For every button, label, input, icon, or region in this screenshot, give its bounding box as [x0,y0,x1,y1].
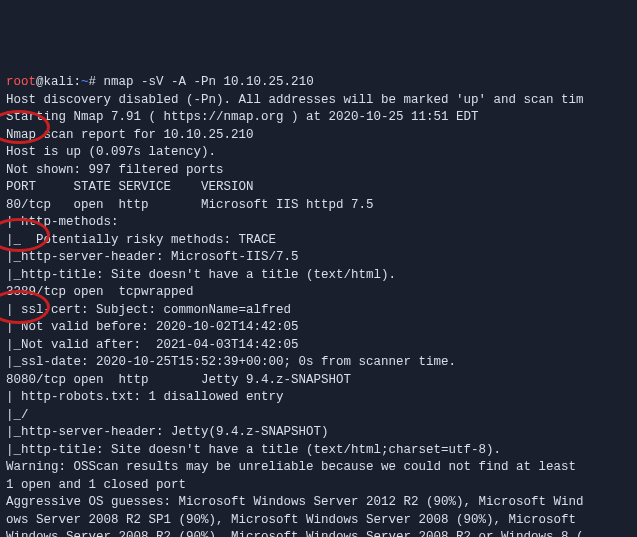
prompt-at: @ [36,75,44,89]
output-line: Host discovery disabled (-Pn). All addre… [6,92,631,110]
output-line: Starting Nmap 7.91 ( https://nmap.org ) … [6,109,631,127]
output-line: Aggressive OS guesses: Microsoft Windows… [6,494,631,512]
output-line: | http-methods: [6,214,631,232]
output-line: 1 open and 1 closed port [6,477,631,495]
output-line: Not shown: 997 filtered ports [6,162,631,180]
output-line: |_http-server-header: Microsoft-IIS/7.5 [6,249,631,267]
output-line: | ssl-cert: Subject: commonName=alfred [6,302,631,320]
output-line: |_ Potentially risky methods: TRACE [6,232,631,250]
output-line: Warning: OSScan results may be unreliabl… [6,459,631,477]
output-line: |_http-server-header: Jetty(9.4.z-SNAPSH… [6,424,631,442]
output-line: Nmap scan report for 10.10.25.210 [6,127,631,145]
output-line: 80/tcp open http Microsoft IIS httpd 7.5 [6,197,631,215]
output-line: |_http-title: Site doesn't have a title … [6,442,631,460]
output-line: Windows Server 2008 R2 (90%), Microsoft … [6,529,631,537]
output-line: |_ssl-date: 2020-10-25T15:52:39+00:00; 0… [6,354,631,372]
output-line: 8080/tcp open http Jetty 9.4.z-SNAPSHOT [6,372,631,390]
prompt-user: root [6,75,36,89]
prompt-path: ~ [81,75,89,89]
output-line: Host is up (0.097s latency). [6,144,631,162]
prompt-command[interactable]: nmap -sV -A -Pn 10.10.25.210 [104,75,314,89]
output-line: |_http-title: Site doesn't have a title … [6,267,631,285]
output-line: ows Server 2008 R2 SP1 (90%), Microsoft … [6,512,631,530]
output-line: |_/ [6,407,631,425]
prompt-host: kali [44,75,74,89]
output-line: | http-robots.txt: 1 disallowed entry [6,389,631,407]
output-line: |_Not valid after: 2021-04-03T14:42:05 [6,337,631,355]
output-line: 3389/tcp open tcpwrapped [6,284,631,302]
terminal-prompt-line: root@kali:~# nmap -sV -A -Pn 10.10.25.21… [6,74,631,92]
output-line: | Not valid before: 2020-10-02T14:42:05 [6,319,631,337]
output-line: PORT STATE SERVICE VERSION [6,179,631,197]
